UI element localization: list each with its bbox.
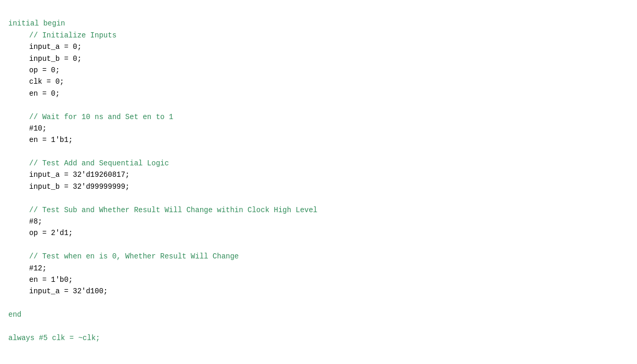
- keyword-text: end: [8, 310, 21, 319]
- code-line: #8;: [8, 216, 629, 227]
- code-line: // Initialize Inputs: [8, 30, 629, 41]
- code-line: [8, 321, 629, 332]
- code-line: initial begin: [8, 18, 629, 29]
- code-line: en = 1'b1;: [8, 134, 629, 146]
- code-line: [8, 297, 629, 309]
- code-text: input_b = 32'd99999999;: [29, 183, 129, 191]
- comment-text: // Test when en is 0, Whether Result Wil…: [29, 252, 239, 261]
- code-text: en = 1'b1;: [29, 136, 73, 144]
- code-line: [8, 192, 629, 204]
- code-line: input_b = 32'd99999999;: [8, 181, 629, 192]
- code-line: en = 1'b0;: [8, 274, 629, 285]
- code-line: input_a = 32'd100;: [8, 285, 629, 297]
- code-text: #10;: [29, 124, 47, 133]
- code-line: end: [8, 309, 629, 320]
- code-line: input_a = 32'd19260817;: [8, 169, 629, 180]
- code-line: // Test Sub and Whether Result Will Chan…: [8, 204, 629, 216]
- code-line: #10;: [8, 123, 629, 134]
- code-line: #12;: [8, 263, 629, 274]
- code-text: input_b = 0;: [29, 55, 82, 63]
- code-text: op = 2'd1;: [29, 229, 73, 237]
- code-line: // Test when en is 0, Whether Result Wil…: [8, 251, 629, 262]
- code-text: input_a = 32'd19260817;: [29, 171, 129, 179]
- code-line: op = 2'd1;: [8, 227, 629, 239]
- comment-text: // Wait for 10 ns and Set en to 1: [29, 113, 173, 121]
- code-editor: initial begin// Initialize Inputsinput_a…: [0, 4, 637, 346]
- code-text: #12;: [29, 264, 47, 272]
- code-line: // Test Add and Sequential Logic: [8, 158, 629, 169]
- code-line: clk = 0;: [8, 76, 629, 87]
- code-line: // Wait for 10 ns and Set en to 1: [8, 111, 629, 123]
- code-line: input_a = 0;: [8, 41, 629, 53]
- comment-text: // Test Sub and Whether Result Will Chan…: [29, 206, 318, 214]
- code-line: [8, 146, 629, 158]
- code-line: input_b = 0;: [8, 53, 629, 64]
- code-text: en = 0;: [29, 89, 60, 98]
- code-text: op = 0;: [29, 66, 60, 74]
- code-line: always #5 clk = ~clk;: [8, 332, 629, 344]
- comment-text: // Initialize Inputs: [29, 31, 116, 40]
- code-text: clk = 0;: [29, 77, 64, 86]
- code-line: [8, 99, 629, 111]
- keyword-text: always #5 clk = ~clk;: [8, 334, 100, 342]
- code-text: en = 1'b0;: [29, 276, 73, 284]
- code-text: input_a = 32'd100;: [29, 287, 108, 295]
- comment-text: // Test Add and Sequential Logic: [29, 159, 169, 167]
- code-text: input_a = 0;: [29, 43, 82, 51]
- code-line: en = 0;: [8, 88, 629, 99]
- keyword-text: initial begin: [8, 19, 65, 28]
- code-line: [8, 239, 629, 251]
- code-line: op = 0;: [8, 64, 629, 76]
- code-text: #8;: [29, 217, 42, 226]
